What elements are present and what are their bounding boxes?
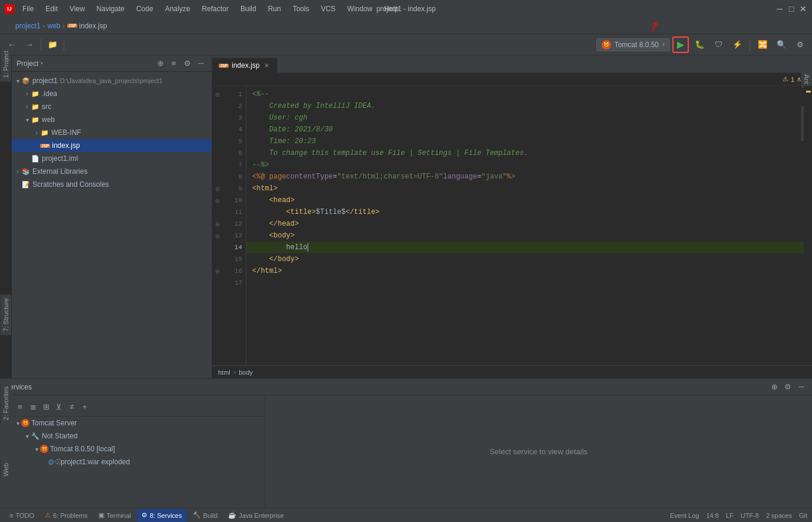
run-button[interactable]: ▶ bbox=[672, 37, 689, 53]
tree-item-src[interactable]: › 📁 src bbox=[12, 100, 212, 113]
menu-tools[interactable]: Tools bbox=[291, 4, 312, 14]
code-content[interactable]: <%-- Created by IntelliJ IDEA. User: cgh… bbox=[246, 86, 804, 365]
services-group-by[interactable]: ⊞ bbox=[40, 401, 52, 413]
tree-arrow-src[interactable]: › bbox=[24, 103, 31, 110]
breadcrumb-sep: > bbox=[233, 369, 236, 376]
tab-close-button[interactable]: ✕ bbox=[263, 61, 271, 70]
fold-btn-9[interactable]: ⊖ bbox=[212, 183, 223, 194]
settings-button[interactable]: ⚙ bbox=[792, 37, 808, 53]
project-panel-header: Project ▾ ⊕ ≡ ⚙ ─ bbox=[12, 55, 212, 72]
status-tab-problems[interactable]: ⚠ 6: Problems bbox=[40, 509, 93, 522]
profile-button[interactable]: ⚡ bbox=[729, 37, 745, 53]
tree-item-web[interactable]: ▾ 📁 web bbox=[12, 113, 212, 126]
fold-btn-12[interactable]: ⊖ bbox=[212, 218, 223, 230]
close-button[interactable]: ✕ bbox=[799, 5, 807, 13]
tree-arrow-web[interactable]: ▾ bbox=[24, 116, 31, 123]
services-hide-button[interactable]: ─ bbox=[796, 381, 807, 393]
tree-arrow-idea[interactable]: › bbox=[24, 90, 31, 97]
services-item-tomcat-local[interactable]: ▾ 🐱 Tomcat 8.0.50 [local] bbox=[12, 442, 265, 455]
menu-edit[interactable]: Edit bbox=[43, 4, 60, 14]
status-tab-todo[interactable]: ≡ TODO bbox=[5, 509, 39, 522]
fold-btn-13[interactable]: ⊖ bbox=[212, 230, 223, 242]
tree-item-iml[interactable]: 📄 project1.iml bbox=[12, 152, 212, 165]
cursor-position[interactable]: 14:8 bbox=[706, 512, 718, 519]
tree-item-webinf[interactable]: › 📁 WEB-INF bbox=[12, 126, 212, 139]
indent-status[interactable]: 2 spaces bbox=[766, 512, 792, 519]
line-num-6: 6 bbox=[223, 147, 246, 159]
minimize-button[interactable]: ─ bbox=[775, 5, 784, 13]
menu-code[interactable]: Code bbox=[134, 4, 156, 14]
status-tab-java-enterprise[interactable]: ☕ Java Enterprise bbox=[223, 509, 288, 522]
services-add[interactable]: + bbox=[79, 401, 91, 413]
fold-btn-1[interactable]: ⊖ bbox=[212, 88, 223, 100]
services-expand-all[interactable]: ≡ bbox=[14, 401, 26, 413]
menu-view[interactable]: View bbox=[67, 4, 87, 14]
tree-item-scratches[interactable]: 📝 Scratches and Consoles bbox=[12, 178, 212, 191]
tree-arrow-extlibs[interactable]: › bbox=[14, 168, 21, 175]
status-tab-services[interactable]: ⚙ 8: Services bbox=[137, 509, 186, 522]
breadcrumb-project[interactable]: project1 bbox=[15, 22, 41, 30]
breadcrumb-html[interactable]: html bbox=[218, 369, 230, 376]
status-tab-build[interactable]: 🔨 Build bbox=[188, 509, 222, 522]
breadcrumb-web[interactable]: web bbox=[47, 22, 60, 30]
todo-label: TODO bbox=[15, 512, 34, 519]
line-ending[interactable]: LF bbox=[726, 512, 734, 519]
services-item-tomcat-server[interactable]: ▾ 🐱 Tomcat Server bbox=[12, 417, 265, 430]
services-tomcat-group-icon: 🐱 bbox=[21, 419, 29, 427]
settings-gear-button[interactable]: ⚙ bbox=[181, 58, 193, 70]
event-log-button[interactable]: Event Log bbox=[670, 512, 699, 519]
tab-indexjsp[interactable]: JSP index.jsp ✕ bbox=[212, 58, 278, 73]
menu-build[interactable]: Build bbox=[238, 4, 259, 14]
services-arrow-tomcat[interactable]: ▾ bbox=[14, 419, 21, 427]
services-add-service-button[interactable]: ⊕ bbox=[768, 381, 780, 393]
web-side-tab[interactable]: Web bbox=[0, 460, 11, 480]
file-manager-button[interactable]: 📁 bbox=[44, 37, 61, 53]
services-collapse-all[interactable]: ≣ bbox=[27, 401, 39, 413]
fold-btn-11 bbox=[212, 206, 223, 218]
menu-navigate[interactable]: Navigate bbox=[94, 4, 127, 14]
favorites-side-tab[interactable]: 2: Favorites bbox=[0, 383, 11, 424]
fold-btn-10[interactable]: ⊖ bbox=[212, 194, 223, 206]
project-side-tab[interactable]: 1: Project bbox=[0, 47, 11, 81]
breadcrumb-body[interactable]: body bbox=[239, 369, 253, 376]
fold-btn-16[interactable]: ⊖ bbox=[212, 265, 223, 277]
menu-run[interactable]: Run bbox=[266, 4, 283, 14]
vcs-status[interactable]: Git bbox=[799, 512, 807, 519]
todo-icon: ≡ bbox=[9, 512, 13, 519]
idea-folder-icon: 📁 bbox=[31, 89, 40, 98]
menu-analyze[interactable]: Analyze bbox=[163, 4, 193, 14]
debug-button[interactable]: 🐛 bbox=[691, 37, 708, 53]
tree-item-idea[interactable]: › 📁 .idea bbox=[12, 87, 212, 100]
services-diff[interactable]: ≠ bbox=[66, 401, 78, 413]
fold-btn-17 bbox=[212, 277, 223, 289]
services-settings-button[interactable]: ⚙ bbox=[782, 381, 794, 393]
hide-panel-button[interactable]: ─ bbox=[195, 58, 207, 70]
services-arrow-not-started[interactable]: ▾ bbox=[24, 432, 31, 440]
menu-refactor[interactable]: Refactor bbox=[200, 4, 231, 14]
run-config-selector[interactable]: 🐱 Tomcat 8.0.50 ▾ bbox=[596, 38, 670, 51]
services-arrow-tomcat-local[interactable]: ▾ bbox=[33, 445, 40, 452]
ant-side-tab[interactable]: Ant bbox=[801, 71, 812, 88]
tree-item-indexjsp[interactable]: JSP index.jsp bbox=[12, 139, 212, 152]
tree-item-project1[interactable]: ▾ 📦 project1 D:\Java\idea_java_projects\… bbox=[12, 74, 212, 87]
tree-item-extlibs[interactable]: › 📚 External Libraries bbox=[12, 165, 212, 178]
tree-arrow-project1[interactable]: ▾ bbox=[14, 77, 21, 84]
menu-file[interactable]: File bbox=[20, 4, 36, 14]
menu-window[interactable]: Window bbox=[345, 4, 375, 14]
tree-arrow-webinf[interactable]: › bbox=[33, 129, 40, 136]
structure-side-tab[interactable]: 7: Structure bbox=[0, 295, 11, 335]
search-everywhere-button[interactable]: 🔍 bbox=[773, 37, 790, 53]
vcs-button[interactable]: 🔀 bbox=[754, 37, 771, 53]
menu-vcs[interactable]: VCS bbox=[319, 4, 338, 14]
text-cursor bbox=[308, 243, 308, 252]
coverage-button[interactable]: 🛡 bbox=[710, 37, 727, 53]
encoding[interactable]: UTF-8 bbox=[741, 512, 759, 519]
maximize-button[interactable]: □ bbox=[787, 5, 796, 13]
services-filter[interactable]: ⊻ bbox=[53, 401, 65, 413]
status-tab-terminal[interactable]: ▣ Terminal bbox=[94, 509, 136, 522]
services-item-war[interactable]: ⚙ ⓘ project1:war exploded bbox=[12, 455, 265, 468]
scope-button[interactable]: ⊕ bbox=[154, 58, 166, 70]
services-item-not-started[interactable]: ▾ 🔧 Not Started bbox=[12, 430, 265, 442]
collapse-all-button[interactable]: ≡ bbox=[168, 58, 180, 70]
forward-button[interactable]: → bbox=[21, 37, 38, 53]
